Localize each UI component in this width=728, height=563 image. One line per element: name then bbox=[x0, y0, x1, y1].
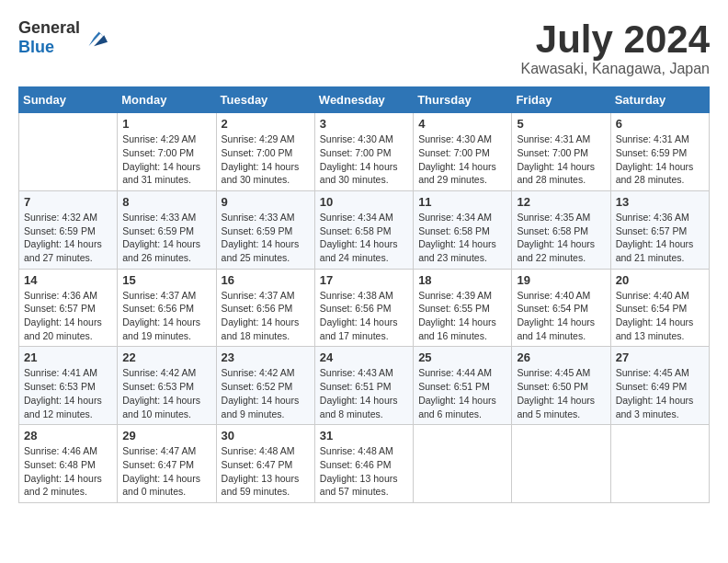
day-info: Sunrise: 4:43 AM Sunset: 6:51 PM Dayligh… bbox=[320, 366, 408, 420]
day-info: Sunrise: 4:37 AM Sunset: 6:56 PM Dayligh… bbox=[222, 289, 310, 343]
day-info: Sunrise: 4:44 AM Sunset: 6:51 PM Dayligh… bbox=[418, 366, 506, 420]
day-info: Sunrise: 4:31 AM Sunset: 6:59 PM Dayligh… bbox=[616, 132, 704, 187]
day-number: 20 bbox=[616, 273, 704, 287]
day-number: 8 bbox=[122, 195, 210, 209]
day-cell-3-3: 16Sunrise: 4:37 AM Sunset: 6:56 PM Dayli… bbox=[216, 269, 314, 347]
week-row-1: 1Sunrise: 4:29 AM Sunset: 7:00 PM Daylig… bbox=[19, 113, 710, 191]
day-info: Sunrise: 4:39 AM Sunset: 6:55 PM Dayligh… bbox=[418, 289, 506, 343]
day-info: Sunrise: 4:34 AM Sunset: 6:58 PM Dayligh… bbox=[418, 211, 506, 265]
day-cell-2-7: 13Sunrise: 4:36 AM Sunset: 6:57 PM Dayli… bbox=[610, 190, 709, 269]
day-cell-2-5: 11Sunrise: 4:34 AM Sunset: 6:58 PM Dayli… bbox=[414, 190, 512, 269]
logo: General Blue bbox=[18, 18, 108, 57]
day-info: Sunrise: 4:37 AM Sunset: 6:56 PM Dayligh… bbox=[122, 289, 210, 343]
day-info: Sunrise: 4:33 AM Sunset: 6:59 PM Dayligh… bbox=[222, 211, 310, 265]
col-saturday: Saturday bbox=[610, 87, 709, 113]
day-number: 21 bbox=[24, 350, 112, 364]
day-number: 10 bbox=[320, 195, 408, 209]
day-number: 16 bbox=[222, 273, 310, 287]
day-cell-4-7: 27Sunrise: 4:45 AM Sunset: 6:49 PM Dayli… bbox=[610, 347, 709, 425]
day-cell-4-1: 21Sunrise: 4:41 AM Sunset: 6:53 PM Dayli… bbox=[19, 347, 118, 425]
day-info: Sunrise: 4:45 AM Sunset: 6:50 PM Dayligh… bbox=[517, 366, 605, 420]
day-number: 19 bbox=[517, 273, 605, 287]
header-row: Sunday Monday Tuesday Wednesday Thursday… bbox=[19, 87, 710, 113]
day-cell-3-7: 20Sunrise: 4:40 AM Sunset: 6:54 PM Dayli… bbox=[610, 269, 709, 347]
day-cell-4-5: 25Sunrise: 4:44 AM Sunset: 6:51 PM Dayli… bbox=[414, 347, 512, 425]
day-info: Sunrise: 4:29 AM Sunset: 7:00 PM Dayligh… bbox=[222, 132, 310, 187]
day-info: Sunrise: 4:40 AM Sunset: 6:54 PM Dayligh… bbox=[517, 289, 605, 343]
day-info: Sunrise: 4:35 AM Sunset: 6:58 PM Dayligh… bbox=[517, 211, 605, 265]
day-info: Sunrise: 4:36 AM Sunset: 6:57 PM Dayligh… bbox=[616, 211, 704, 265]
day-number: 26 bbox=[517, 350, 605, 364]
col-sunday: Sunday bbox=[19, 87, 118, 113]
day-number: 31 bbox=[320, 429, 408, 442]
day-cell-2-2: 8Sunrise: 4:33 AM Sunset: 6:59 PM Daylig… bbox=[118, 190, 216, 269]
col-tuesday: Tuesday bbox=[216, 87, 314, 113]
day-number: 14 bbox=[24, 273, 112, 287]
day-number: 1 bbox=[122, 117, 210, 131]
day-number: 27 bbox=[616, 350, 704, 364]
day-cell-5-7 bbox=[610, 425, 709, 503]
week-row-3: 14Sunrise: 4:36 AM Sunset: 6:57 PM Dayli… bbox=[19, 269, 710, 347]
day-cell-1-7: 6Sunrise: 4:31 AM Sunset: 6:59 PM Daylig… bbox=[610, 113, 709, 191]
day-number: 17 bbox=[320, 273, 408, 287]
day-number: 25 bbox=[418, 350, 506, 364]
day-cell-3-2: 15Sunrise: 4:37 AM Sunset: 6:56 PM Dayli… bbox=[118, 269, 216, 347]
day-cell-1-1 bbox=[19, 113, 118, 191]
day-number: 9 bbox=[222, 195, 310, 209]
day-cell-4-3: 23Sunrise: 4:42 AM Sunset: 6:52 PM Dayli… bbox=[216, 347, 314, 425]
day-number: 6 bbox=[616, 117, 704, 131]
day-number: 29 bbox=[122, 429, 210, 442]
logo-text: General Blue bbox=[18, 18, 80, 57]
day-info: Sunrise: 4:29 AM Sunset: 7:00 PM Dayligh… bbox=[122, 132, 210, 187]
day-info: Sunrise: 4:45 AM Sunset: 6:49 PM Dayligh… bbox=[616, 366, 704, 420]
day-cell-1-5: 4Sunrise: 4:30 AM Sunset: 7:00 PM Daylig… bbox=[414, 113, 512, 191]
day-cell-5-1: 28Sunrise: 4:46 AM Sunset: 6:48 PM Dayli… bbox=[19, 425, 118, 503]
day-cell-3-4: 17Sunrise: 4:38 AM Sunset: 6:56 PM Dayli… bbox=[314, 269, 413, 347]
day-cell-4-2: 22Sunrise: 4:42 AM Sunset: 6:53 PM Dayli… bbox=[118, 347, 216, 425]
day-info: Sunrise: 4:32 AM Sunset: 6:59 PM Dayligh… bbox=[24, 211, 112, 265]
day-cell-1-2: 1Sunrise: 4:29 AM Sunset: 7:00 PM Daylig… bbox=[118, 113, 216, 191]
day-number: 23 bbox=[222, 350, 310, 364]
day-cell-5-6 bbox=[512, 425, 610, 503]
day-cell-2-1: 7Sunrise: 4:32 AM Sunset: 6:59 PM Daylig… bbox=[19, 190, 118, 269]
day-cell-1-3: 2Sunrise: 4:29 AM Sunset: 7:00 PM Daylig… bbox=[216, 113, 314, 191]
week-row-4: 21Sunrise: 4:41 AM Sunset: 6:53 PM Dayli… bbox=[19, 347, 710, 425]
day-number: 24 bbox=[320, 350, 408, 364]
day-number: 4 bbox=[418, 117, 506, 131]
day-number: 12 bbox=[517, 195, 605, 209]
day-cell-3-1: 14Sunrise: 4:36 AM Sunset: 6:57 PM Dayli… bbox=[19, 269, 118, 347]
day-number: 7 bbox=[24, 195, 112, 209]
day-info: Sunrise: 4:40 AM Sunset: 6:54 PM Dayligh… bbox=[616, 289, 704, 343]
day-info: Sunrise: 4:46 AM Sunset: 6:48 PM Dayligh… bbox=[24, 444, 112, 499]
day-cell-1-4: 3Sunrise: 4:30 AM Sunset: 7:00 PM Daylig… bbox=[314, 113, 413, 191]
day-cell-2-6: 12Sunrise: 4:35 AM Sunset: 6:58 PM Dayli… bbox=[512, 190, 610, 269]
day-info: Sunrise: 4:42 AM Sunset: 6:52 PM Dayligh… bbox=[222, 366, 310, 420]
day-number: 13 bbox=[616, 195, 704, 209]
calendar-table: Sunday Monday Tuesday Wednesday Thursday… bbox=[18, 86, 710, 503]
day-cell-1-6: 5Sunrise: 4:31 AM Sunset: 7:00 PM Daylig… bbox=[512, 113, 610, 191]
day-cell-5-5 bbox=[414, 425, 512, 503]
day-info: Sunrise: 4:31 AM Sunset: 7:00 PM Dayligh… bbox=[517, 132, 605, 187]
day-number: 3 bbox=[320, 117, 408, 131]
col-thursday: Thursday bbox=[414, 87, 512, 113]
day-cell-2-3: 9Sunrise: 4:33 AM Sunset: 6:59 PM Daylig… bbox=[216, 190, 314, 269]
page-header: General Blue July 2024 Kawasaki, Kanagaw… bbox=[18, 18, 710, 77]
day-cell-2-4: 10Sunrise: 4:34 AM Sunset: 6:58 PM Dayli… bbox=[314, 190, 413, 269]
week-row-5: 28Sunrise: 4:46 AM Sunset: 6:48 PM Dayli… bbox=[19, 425, 710, 503]
day-info: Sunrise: 4:48 AM Sunset: 6:47 PM Dayligh… bbox=[222, 444, 310, 499]
col-friday: Friday bbox=[512, 87, 610, 113]
day-number: 5 bbox=[517, 117, 605, 131]
day-info: Sunrise: 4:30 AM Sunset: 7:00 PM Dayligh… bbox=[320, 132, 408, 187]
col-monday: Monday bbox=[118, 87, 216, 113]
day-cell-3-5: 18Sunrise: 4:39 AM Sunset: 6:55 PM Dayli… bbox=[414, 269, 512, 347]
col-wednesday: Wednesday bbox=[314, 87, 413, 113]
day-info: Sunrise: 4:48 AM Sunset: 6:46 PM Dayligh… bbox=[320, 444, 408, 499]
day-info: Sunrise: 4:41 AM Sunset: 6:53 PM Dayligh… bbox=[24, 366, 112, 420]
day-info: Sunrise: 4:36 AM Sunset: 6:57 PM Dayligh… bbox=[24, 289, 112, 343]
day-number: 18 bbox=[418, 273, 506, 287]
day-cell-5-3: 30Sunrise: 4:48 AM Sunset: 6:47 PM Dayli… bbox=[216, 425, 314, 503]
day-info: Sunrise: 4:42 AM Sunset: 6:53 PM Dayligh… bbox=[122, 366, 210, 420]
day-cell-5-4: 31Sunrise: 4:48 AM Sunset: 6:46 PM Dayli… bbox=[314, 425, 413, 503]
week-row-2: 7Sunrise: 4:32 AM Sunset: 6:59 PM Daylig… bbox=[19, 190, 710, 269]
day-info: Sunrise: 4:30 AM Sunset: 7:00 PM Dayligh… bbox=[418, 132, 506, 187]
